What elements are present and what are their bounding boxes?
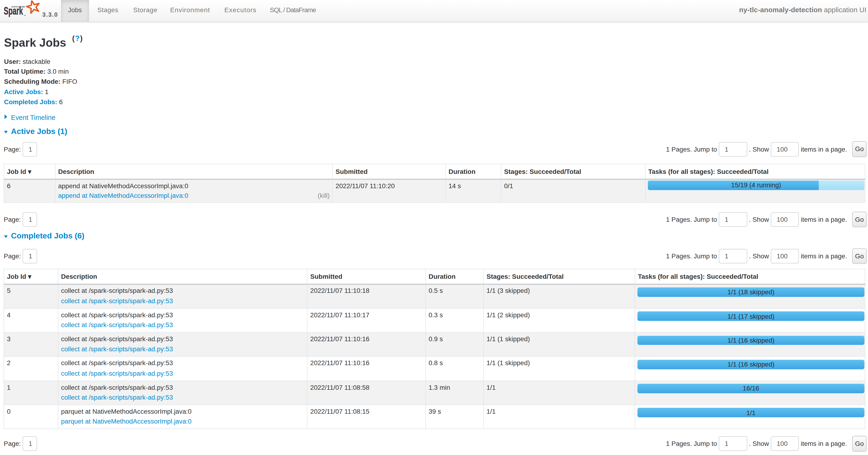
svg-text:TM: TM <box>24 14 26 16</box>
svg-text:Spark: Spark <box>3 4 23 17</box>
